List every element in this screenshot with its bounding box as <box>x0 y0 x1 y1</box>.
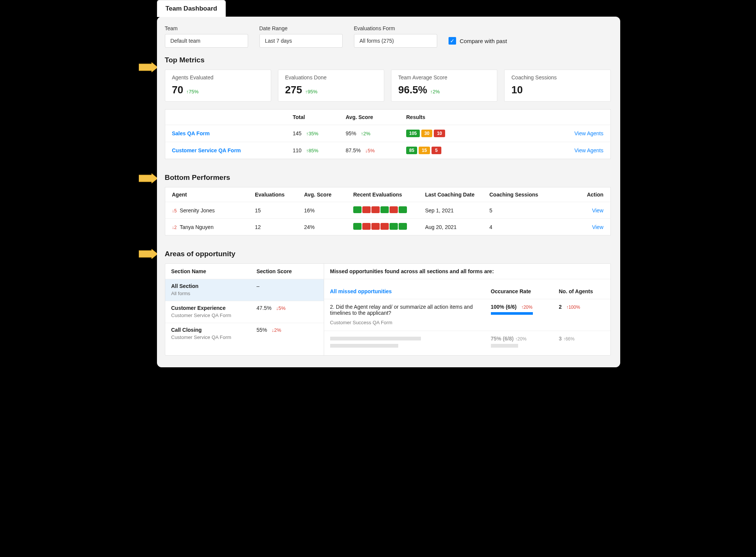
agent-last-coach: Aug 20, 2021 <box>418 219 483 235</box>
metric-value: 70 <box>172 84 183 96</box>
result-fail-count: 5 <box>432 147 441 154</box>
metric-card: Team Average Score96.5%↑2% <box>391 70 497 102</box>
eval-result-square <box>362 223 371 230</box>
opportunity-description: Missed opportunities found across all se… <box>324 264 610 279</box>
top-metrics-heading: Top Metrics <box>165 56 611 64</box>
metric-value: 275 <box>285 84 302 96</box>
eval-result-square <box>390 206 398 213</box>
col-no-agents: No. of Agents <box>559 284 604 294</box>
metric-label: Coaching Sessions <box>511 74 603 80</box>
occurrence-rate: 100% (6/6) <box>491 304 517 310</box>
metric-delta: ↑75% <box>186 89 199 94</box>
rate-delta: ↑20% <box>521 305 532 310</box>
col-avg-score: Avg. Score <box>339 110 399 125</box>
table-row: ↓2Tanya Nguyen1224%Aug 20, 20214View <box>165 219 610 235</box>
metrics-row: Agents Evaluated70↑75%Evaluations Done27… <box>165 70 611 102</box>
form-avg-delta: ↑2% <box>361 131 370 136</box>
section-score: – <box>256 283 259 289</box>
agent-last-coach: Sep 1, 2021 <box>418 202 483 219</box>
bottom-performers-heading: Bottom Performers <box>165 173 611 182</box>
opportunity-panel: Section Name Section Score All SectionAl… <box>165 263 611 356</box>
check-icon: ✓ <box>449 37 456 45</box>
section-form: Customer Service QA Form <box>171 334 257 340</box>
form-link[interactable]: Sales QA Form <box>172 130 210 136</box>
form-total: 145 <box>293 130 301 136</box>
team-label: Team <box>165 25 248 31</box>
opportunity-heading: Areas of opportunity <box>165 250 611 258</box>
form-link[interactable]: Customer Service QA Form <box>172 147 241 153</box>
col-section-score: Section Score <box>256 268 317 274</box>
eval-result-square <box>380 206 389 213</box>
svg-marker-2 <box>139 249 158 259</box>
view-link[interactable]: View <box>592 207 603 214</box>
tab-team-dashboard[interactable]: Team Dashboard <box>157 0 226 17</box>
eval-result-square <box>371 206 380 213</box>
rate-delta: ↑20% <box>515 336 526 342</box>
opportunity-section-row[interactable]: All SectionAll forms– <box>165 279 324 301</box>
question-form: Customer Success QA Form <box>330 320 486 325</box>
rank-change: ↓5 <box>172 208 177 214</box>
metric-delta: ↑95% <box>305 89 318 94</box>
team-select[interactable]: Default team <box>165 34 248 48</box>
result-warn-count: 15 <box>419 147 430 154</box>
eval-result-square <box>362 206 371 213</box>
date-range-label: Date Range <box>259 25 343 31</box>
table-row: Customer Service QA Form110 ↑85%87.5% ↓5… <box>165 142 610 159</box>
col-agent: Agent <box>165 187 248 202</box>
view-link[interactable]: View <box>592 224 603 230</box>
metric-delta: ↑2% <box>430 89 440 94</box>
agent-delta: ↑66% <box>563 336 574 342</box>
filter-bar: Team Default team Date Range Last 7 days… <box>165 25 611 48</box>
col-results: Results <box>399 110 561 125</box>
form-label: Evaluations Form <box>354 25 437 31</box>
rate-bar <box>491 312 533 315</box>
opportunity-section-row[interactable]: Customer ExperienceCustomer Service QA F… <box>165 301 324 323</box>
col-total: Total <box>286 110 339 125</box>
metric-card: Agents Evaluated70↑75% <box>165 70 271 102</box>
eval-result-square <box>380 223 389 230</box>
metric-label: Agents Evaluated <box>172 74 264 80</box>
form-avg: 87.5% <box>346 147 361 153</box>
eval-result-square <box>371 223 380 230</box>
form-total: 110 <box>293 147 301 153</box>
result-warn-count: 30 <box>421 130 432 137</box>
form-total-delta: ↑35% <box>306 131 318 136</box>
view-agents-link[interactable]: View Agents <box>574 130 604 136</box>
col-coaching-sessions: Coaching Sessions <box>483 187 547 202</box>
metric-card: Evaluations Done275↑95% <box>278 70 384 102</box>
col-avg-score: Avg. Score <box>297 187 346 202</box>
svg-marker-0 <box>139 62 158 72</box>
agent-name: Tanya Nguyen <box>180 224 214 230</box>
section-score: 47.5% <box>256 305 272 311</box>
agent-count: 2 <box>559 304 562 310</box>
agent-evals: 15 <box>248 202 297 219</box>
form-select[interactable]: All forms (275) <box>354 34 437 48</box>
section-form: All forms <box>171 291 257 296</box>
metric-label: Evaluations Done <box>285 74 377 80</box>
eval-result-square <box>390 223 398 230</box>
agent-recent <box>346 219 418 235</box>
section-score: 55% <box>256 327 267 333</box>
result-fail-count: 10 <box>434 130 445 137</box>
placeholder-bar <box>491 344 518 348</box>
col-section-name: Section Name <box>171 268 257 274</box>
agent-evals: 12 <box>248 219 297 235</box>
section-title: Call Closing <box>171 327 257 333</box>
callout-arrow-top-metrics <box>139 62 158 72</box>
agent-recent <box>346 202 418 219</box>
eval-result-square <box>353 206 362 213</box>
table-row: ↓5Serenity Jones1516%Sep 1, 20215View <box>165 202 610 219</box>
agent-name: Serenity Jones <box>180 207 215 214</box>
eval-result-square <box>399 223 407 230</box>
missed-opportunity-row: 75% (6/8) ↑20%3 ↑66% <box>324 331 610 355</box>
view-agents-link[interactable]: View Agents <box>574 147 604 153</box>
opportunity-detail: Missed opportunities found across all se… <box>324 264 610 355</box>
metric-value: 10 <box>511 84 523 96</box>
result-pass-count: 85 <box>406 147 417 154</box>
agent-sessions: 5 <box>483 202 547 219</box>
opportunity-section-row[interactable]: Call ClosingCustomer Service QA Form55% … <box>165 323 324 345</box>
dashboard-panel: Team Default team Date Range Last 7 days… <box>157 17 620 367</box>
compare-checkbox[interactable]: ✓ Compare with past <box>449 37 507 48</box>
date-range-select[interactable]: Last 7 days <box>259 34 343 48</box>
col-missed-opportunities[interactable]: All missed opportunities <box>330 284 491 294</box>
